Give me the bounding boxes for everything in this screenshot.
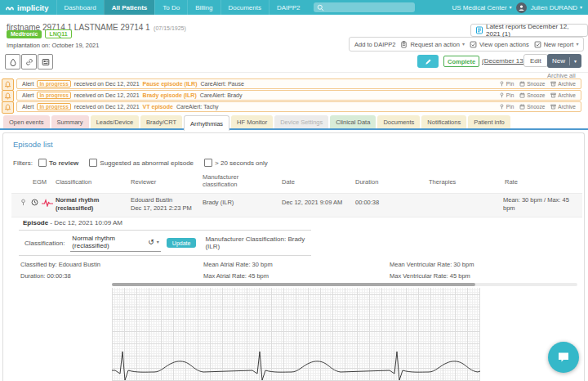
pin-button[interactable]: Pin	[499, 104, 514, 110]
alert-status-badge: In progress	[37, 92, 70, 99]
center-selector[interactable]: US Medical Center ▾	[452, 4, 511, 11]
filter-20-seconds: > 20 seconds only	[204, 159, 268, 167]
request-action-dropdown[interactable]: Request an action ▾	[400, 41, 464, 48]
archive-button[interactable]: Archive	[550, 104, 576, 110]
manufacturer-badge: Medtronic	[7, 30, 42, 38]
alert-row-pause[interactable]: Alert In progress received on Dec 12, 20…	[16, 78, 581, 89]
ecg-trace	[112, 288, 480, 381]
pin-icon[interactable]	[20, 199, 27, 206]
latest-reports-button[interactable]: Latest reports December 12, 2021 (1)	[470, 24, 588, 37]
alert-label: Alert	[22, 92, 33, 98]
filter-label: To review	[49, 159, 78, 167]
row-classification: Normal rhythm (reclassified)	[56, 196, 118, 213]
ecg-scrollbar-track[interactable]	[112, 283, 577, 286]
alert-actions: Pin Snooze Archive	[499, 104, 576, 110]
alert-label: Alert	[22, 81, 33, 87]
edit-report-button[interactable]	[417, 55, 439, 68]
tab-clinical-data[interactable]: Clinical Data	[330, 115, 376, 128]
col-header-therapies: Therapies	[429, 178, 456, 186]
tab-hf-monitor[interactable]: HF Monitor	[231, 115, 273, 128]
row-date: Dec 12, 2021 9:09 AM	[282, 199, 342, 207]
snooze-button[interactable]: Snooze	[519, 92, 545, 98]
row-reviewer: Edouard Bustin Dec 17, 2021 2:23 PM	[131, 196, 201, 213]
patient-actions-bar: Add to DAIPP2 Request an action ▾ View o…	[349, 37, 584, 52]
snooze-button[interactable]: Snooze	[519, 81, 545, 87]
archive-button[interactable]: Archive	[550, 81, 576, 87]
drop-icon	[9, 58, 17, 66]
nav-item-documents[interactable]: Documents	[220, 0, 269, 15]
blood-drop-button[interactable]	[5, 54, 20, 69]
classification-select[interactable]: Normal rhythm (reclassified) ↺ ▾	[70, 235, 161, 252]
chat-button[interactable]	[548, 342, 579, 373]
top-navbar: implicity Dashboard All Patients To Do B…	[0, 0, 588, 15]
nav-item-to-do[interactable]: To Do	[154, 0, 187, 15]
alert-row-brady[interactable]: Alert In progress received on Dec 12, 20…	[16, 90, 581, 101]
alert-episode-link[interactable]: Brady episode (ILR)	[143, 92, 197, 98]
tab-open-events[interactable]: Open events	[3, 115, 50, 128]
search-box[interactable]	[314, 2, 415, 12]
to-review-checkbox[interactable]	[38, 159, 47, 167]
tab-patient-info[interactable]: Patient info	[468, 115, 510, 128]
snooze-label: Snooze	[527, 104, 545, 110]
bell-icon	[4, 104, 11, 111]
pin-button[interactable]: Pin	[499, 81, 514, 87]
device-model-badge: LNQ11	[45, 29, 71, 38]
archive-label: Archive	[558, 92, 576, 98]
tab-brady-crt[interactable]: Brady/CRT	[140, 115, 182, 128]
new-button-label: New	[552, 57, 565, 65]
patient-birthdate: (07/15/1925)	[154, 25, 186, 31]
tab-leads-device[interactable]: Leads/Device	[91, 115, 139, 128]
episode-date: Dec 12, 2021 10:09 AM	[54, 219, 122, 226]
snooze-label: Snooze	[527, 81, 545, 87]
search-icon	[317, 4, 324, 11]
episode-detail-header: Episode - Dec 12, 2021 10:09 AM	[23, 219, 122, 226]
tab-summary[interactable]: Summary	[51, 115, 89, 128]
update-classification-button[interactable]: Update	[167, 238, 197, 248]
report-status-badge: Complete	[443, 56, 479, 67]
pin-button[interactable]: Pin	[499, 92, 514, 98]
user-menu[interactable]: Julien DURAND ▾	[531, 4, 582, 11]
tab-documents[interactable]: Documents	[377, 115, 420, 128]
add-to-daipp2-button[interactable]: Add to DAIPP2	[354, 41, 395, 48]
duration-checkbox[interactable]	[204, 159, 212, 167]
archive-button[interactable]: Archive	[550, 92, 576, 98]
report-summary-button[interactable]	[38, 54, 53, 69]
calendar-icon	[519, 92, 525, 98]
nav-item-daipp2[interactable]: DAIPP2	[269, 0, 307, 15]
egm-waveform-icon[interactable]	[42, 199, 53, 207]
tab-notifications[interactable]: Notifications	[421, 115, 466, 128]
page: implicity Dashboard All Patients To Do B…	[0, 0, 588, 381]
view-open-actions-button[interactable]: View open actions	[470, 41, 529, 48]
alert-episode-link[interactable]: VT episode	[143, 104, 173, 110]
reviewer-name: Edouard Bustin	[131, 196, 201, 204]
chevron-down-icon: ▾	[510, 5, 512, 10]
col-header-egm: EGM	[33, 178, 47, 186]
ecg-scrollbar-thumb[interactable]	[112, 283, 475, 286]
nav-item-all-patients[interactable]: All Patients	[104, 0, 155, 15]
abnormal-checkbox[interactable]	[89, 159, 97, 167]
alert-actions: Pin Snooze Archive	[499, 81, 576, 87]
detail-duration: Duration: 00:00:38	[20, 272, 71, 280]
snooze-button[interactable]: Snooze	[519, 104, 545, 110]
implicity-logo[interactable]: implicity	[0, 3, 56, 12]
search-input[interactable]	[327, 3, 412, 12]
nav-item-dashboard[interactable]: Dashboard	[56, 0, 104, 15]
archive-icon	[550, 92, 556, 98]
new-button[interactable]: New ▾	[547, 54, 581, 68]
classification-value: Normal rhythm (reclassified)	[72, 235, 145, 249]
tab-arrhythmias[interactable]: Arrhythmias	[184, 115, 229, 131]
nav-item-billing[interactable]: Billing	[187, 0, 220, 15]
person-icon	[518, 4, 525, 11]
alert-row-vt[interactable]: Alert In progress received on Dec 12, 20…	[16, 101, 581, 112]
snooze-label: Snooze	[527, 92, 545, 98]
separator: -	[50, 219, 52, 226]
filter-label: Suggested as abnormal episode	[100, 159, 194, 167]
pin-icon	[499, 81, 505, 87]
edit-button[interactable]: Edit	[523, 54, 548, 67]
max-ventricular-rate: Max Ventricular Rate: 45 bpm	[390, 272, 470, 280]
chevron-down-icon: ▾	[462, 42, 465, 47]
new-report-dropdown[interactable]: New report ▾	[534, 41, 579, 48]
avatar[interactable]	[516, 2, 527, 13]
alert-episode-link[interactable]: Pause episode (ILR)	[143, 81, 198, 87]
link-button[interactable]	[21, 54, 37, 69]
